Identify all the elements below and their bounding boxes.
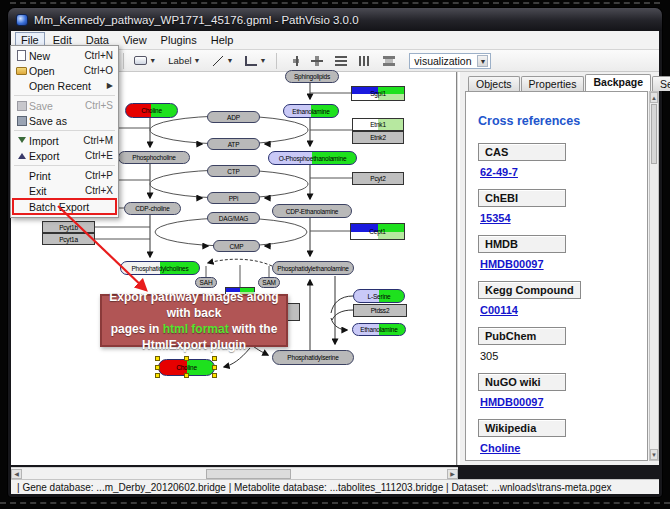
pathway-node-pcyt2[interactable]: Pcyt2: [352, 172, 404, 185]
pathway-node-choline[interactable]: Choline: [158, 359, 215, 376]
node-label: Sgpl1: [370, 90, 386, 97]
toolbar-separator: [276, 53, 277, 69]
menu-item-label: Batch Export: [29, 201, 113, 213]
node-label: DAG/MAG: [219, 215, 248, 222]
tab-search[interactable]: Search: [652, 76, 670, 91]
pathway-node-ppi[interactable]: PPi: [207, 192, 260, 204]
pathway-node-cmp[interactable]: CMP: [213, 240, 260, 252]
pathway-node-etnk2[interactable]: Etnk2: [352, 131, 404, 144]
tab-objects[interactable]: Objects: [468, 76, 520, 91]
xref-id-value: 305: [480, 350, 647, 362]
node-label: ATP: [228, 141, 240, 148]
xref-id-link[interactable]: 62-49-7: [480, 166, 647, 178]
pathway-node-pcyt1a[interactable]: Pcyt1a: [42, 233, 95, 245]
node-label: Pcyt2: [370, 175, 385, 182]
pathway-node-phosphatidylcholines[interactable]: Phosphatidylcholines: [120, 261, 200, 275]
align-vertical-button[interactable]: [283, 52, 303, 70]
title-bar[interactable]: Mm_Kennedy_pathway_WP1771_45176.gpml - P…: [8, 8, 662, 31]
pathway-node-adp[interactable]: ADP: [207, 111, 260, 123]
common-size-button[interactable]: [379, 52, 399, 70]
file-menu-item-export[interactable]: ExportCtrl+E: [11, 148, 118, 163]
scroll-down-button[interactable]: ▼: [650, 449, 658, 460]
file-menu-item-print[interactable]: PrintCtrl+P: [11, 168, 118, 183]
pathway-node-etnk1[interactable]: Etnk1: [352, 118, 404, 131]
elbow-connector-icon: [245, 56, 257, 66]
connector-tool-button[interactable]: ▼: [241, 52, 270, 70]
pathway-node-atp[interactable]: ATP: [207, 138, 260, 150]
chevron-down-icon[interactable]: ▼: [259, 57, 266, 64]
chevron-down-icon[interactable]: ▼: [226, 57, 233, 64]
pathway-node-dag-mag[interactable]: DAG/MAG: [207, 212, 260, 224]
pathway-node-sgpl1[interactable]: Sgpl1: [351, 86, 405, 101]
file-menu-item-exit[interactable]: ExitCtrl+X: [11, 183, 118, 198]
menu-icon-cell: [14, 50, 29, 61]
align-horizontal-icon: [311, 56, 323, 66]
pathway-node-phosphocholine[interactable]: Phosphocholine: [118, 151, 190, 164]
canvas-horizontal-scrollbar[interactable]: ◀ ▶: [11, 467, 458, 479]
file-menu-item-open-recent[interactable]: Open Recent▶: [11, 78, 118, 93]
scroll-up-button[interactable]: ▲: [650, 92, 658, 103]
node-label: ADP: [227, 114, 240, 121]
file-menu-item-batch-export[interactable]: Batch Export: [11, 198, 118, 215]
chevron-down-icon[interactable]: ▼: [194, 57, 201, 64]
pathway-node-cdp-choline[interactable]: CDP-choline: [124, 202, 181, 215]
pathway-node-cept1[interactable]: Cept1: [350, 223, 405, 240]
scroll-right-button[interactable]: ▶: [447, 469, 458, 479]
file-menu-item-save[interactable]: SaveCtrl+S: [11, 98, 118, 113]
menu-separator: [14, 165, 115, 166]
xref-section-chebi: ChEBI15354: [478, 188, 647, 224]
scroll-left-button[interactable]: ◀: [11, 469, 22, 479]
menubar-item-plugins[interactable]: Plugins: [155, 32, 203, 48]
pathway-node-ptdss2[interactable]: Ptdss2: [353, 304, 407, 317]
menu-item-label: Save: [29, 100, 79, 112]
xref-id-link[interactable]: Choline: [480, 442, 647, 454]
xref-id-link[interactable]: 15354: [480, 212, 647, 224]
xref-id-link[interactable]: HMDB00097: [480, 396, 647, 408]
screenshot-root: Mm_Kennedy_pathway_WP1771_45176.gpml - P…: [0, 0, 670, 509]
node-label: Phosphatidylserine: [287, 354, 338, 361]
datanode-tool-button[interactable]: ▼: [130, 52, 160, 70]
xref-database-name: CAS: [478, 143, 566, 161]
node-label: CTP: [227, 168, 239, 175]
file-menu-item-save-as[interactable]: Save as: [11, 113, 118, 128]
menu-icon-cell: [14, 134, 29, 147]
xref-id-link[interactable]: C00114: [480, 304, 647, 316]
chevron-down-icon[interactable]: ▼: [149, 57, 156, 64]
callout-highlight: html format: [163, 322, 229, 336]
file-menu-item-new[interactable]: NewCtrl+N: [11, 48, 118, 63]
pathway-node-pcyt1b[interactable]: Pcyt1b: [42, 221, 95, 233]
node-label: Pcyt1b: [59, 224, 78, 231]
chevron-down-icon[interactable]: ▼: [477, 55, 488, 67]
line-tool-button[interactable]: ▼: [208, 52, 237, 70]
scrollbar-thumb[interactable]: [651, 104, 657, 164]
pathway-node-sah[interactable]: SAH: [195, 277, 217, 288]
xref-section-kegg-compound: Kegg CompoundC00114: [478, 280, 647, 316]
scrollbar-thumb[interactable]: [206, 469, 291, 479]
pathway-node-o-phosphoethanolamine[interactable]: O-Phosphoethanolamine: [268, 151, 357, 165]
pathway-node-sphingolipids[interactable]: Sphingolipids: [285, 70, 339, 83]
file-menu-item-import[interactable]: ImportCtrl+M: [11, 133, 118, 148]
pathway-node-ethanolamine[interactable]: Ethanolamine: [283, 104, 339, 118]
menubar-item-help[interactable]: Help: [205, 32, 240, 48]
visualization-value: visualization: [414, 55, 473, 67]
pathway-node-phosphatidylethanolamine[interactable]: Phosphatidylethanolamine: [272, 261, 354, 275]
tab-properties[interactable]: Properties: [521, 76, 585, 91]
pathway-node-choline[interactable]: Choline: [125, 103, 178, 118]
export-icon: [18, 149, 26, 159]
align-horizontal-button[interactable]: [307, 52, 327, 70]
tab-backpage[interactable]: Backpage: [585, 74, 651, 91]
stack-horizontal-button[interactable]: [331, 52, 351, 70]
label-tool-button[interactable]: Label ▼: [164, 52, 204, 70]
pathway-node-l-serine[interactable]: L-Serine: [353, 289, 405, 303]
visualization-combobox[interactable]: visualization ▼: [409, 53, 491, 69]
pathway-node-ctp[interactable]: CTP: [207, 165, 260, 177]
pathway-node-cdp-ethanolamine[interactable]: CDP-Ethanolamine: [272, 204, 352, 218]
file-menu-item-open[interactable]: OpenCtrl+O: [11, 63, 118, 78]
xref-id-link[interactable]: HMDB00097: [480, 258, 647, 270]
stack-vertical-button[interactable]: [355, 52, 375, 70]
pathway-node-ethanolamine[interactable]: Ethanolamine: [352, 323, 406, 336]
panel-vertical-scrollbar[interactable]: ▲ ▼: [649, 91, 659, 461]
menu-item-shortcut: Ctrl+E: [85, 150, 113, 161]
menubar-item-view[interactable]: View: [117, 32, 153, 48]
pathway-node-sam[interactable]: SAM: [258, 277, 280, 288]
